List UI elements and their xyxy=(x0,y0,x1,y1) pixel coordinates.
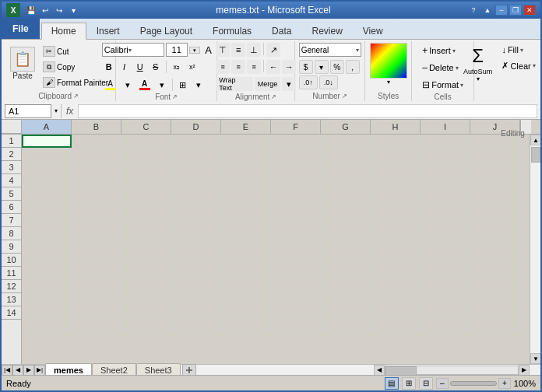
sheet-tab-sheet2[interactable]: Sheet2 xyxy=(92,363,136,375)
cell-j12[interactable] xyxy=(470,289,520,302)
cell-c9[interactable] xyxy=(121,247,171,260)
styles-dropdown-arrow[interactable]: ▾ xyxy=(387,79,390,86)
fill-color-dropdown[interactable]: ▾ xyxy=(121,78,135,92)
cell-d8[interactable] xyxy=(171,233,221,246)
cell-a13[interactable] xyxy=(22,303,72,316)
font-color-button[interactable]: A xyxy=(136,77,153,93)
clear-button[interactable]: ✗ Clear ▾ xyxy=(498,58,539,73)
cell-d11[interactable] xyxy=(171,275,221,288)
ribbon-minimize-icon[interactable]: ▲ xyxy=(481,5,494,16)
subscript-button[interactable]: x₂ xyxy=(170,60,184,74)
col-header-a[interactable]: A xyxy=(22,120,72,134)
row-header-3[interactable]: 3 xyxy=(2,161,21,174)
font-name-arrow[interactable]: ▾ xyxy=(128,47,132,54)
cell-a10[interactable] xyxy=(22,261,72,274)
cell-d6[interactable] xyxy=(171,205,221,218)
cell-h5[interactable] xyxy=(371,191,421,204)
col-header-h[interactable]: H xyxy=(371,120,421,134)
cell-i14[interactable] xyxy=(421,317,470,330)
tab-scroll-prev-button[interactable]: ◀ xyxy=(12,365,23,376)
cell-d13[interactable] xyxy=(171,303,221,316)
row-header-7[interactable]: 7 xyxy=(2,214,21,227)
cell-g11[interactable] xyxy=(321,275,371,288)
page-break-view-button[interactable]: ⊟ xyxy=(419,377,433,390)
increase-indent-button[interactable]: → xyxy=(282,60,296,74)
insert-dropdown-arrow[interactable]: ▾ xyxy=(452,47,456,54)
cell-c1[interactable] xyxy=(121,135,171,148)
cell-a7[interactable] xyxy=(22,219,72,232)
new-sheet-button[interactable] xyxy=(182,364,196,376)
sheet-tab-memes[interactable]: memes xyxy=(45,363,92,375)
cell-f3[interactable] xyxy=(271,163,321,176)
font-size-box[interactable]: 11 xyxy=(166,43,188,57)
comma-button[interactable]: , xyxy=(346,60,360,74)
clipboard-expand-icon[interactable]: ↗ xyxy=(73,93,79,100)
paste-button[interactable]: 📋 Paste xyxy=(6,43,39,83)
fill-color-button[interactable]: A xyxy=(102,77,119,93)
cell-c3[interactable] xyxy=(121,163,171,176)
currency-dropdown[interactable]: ▾ xyxy=(315,60,329,74)
font-color-dropdown[interactable]: ▾ xyxy=(155,78,169,92)
tab-scroll-first-button[interactable]: |◀ xyxy=(2,365,12,376)
cell-e3[interactable] xyxy=(221,163,271,176)
row-header-1[interactable]: 1 xyxy=(2,135,21,148)
cell-b8[interactable] xyxy=(72,233,121,246)
cell-d2[interactable] xyxy=(171,149,221,162)
font-name-dropdown[interactable]: Calibri ▾ xyxy=(102,43,164,57)
cell-g6[interactable] xyxy=(321,205,371,218)
cell-i6[interactable] xyxy=(421,205,470,218)
cell-j7[interactable] xyxy=(470,219,520,232)
cell-h11[interactable] xyxy=(371,275,421,288)
superscript-button[interactable]: x² xyxy=(185,60,199,74)
cell-g14[interactable] xyxy=(321,317,371,330)
cell-h13[interactable] xyxy=(371,303,421,316)
cell-h7[interactable] xyxy=(371,219,421,232)
cell-e11[interactable] xyxy=(221,275,271,288)
cell-h6[interactable] xyxy=(371,205,421,218)
cell-f10[interactable] xyxy=(271,261,321,274)
increase-decimal-button[interactable]: .0↑ xyxy=(299,75,318,89)
cell-f8[interactable] xyxy=(271,233,321,246)
col-header-b[interactable]: B xyxy=(72,120,121,134)
cell-d3[interactable] xyxy=(171,163,221,176)
wrap-text-button[interactable]: Wrap Text xyxy=(216,77,253,91)
borders-dropdown[interactable]: ▾ xyxy=(192,78,206,92)
tab-insert[interactable]: Insert xyxy=(86,22,130,39)
cell-e8[interactable] xyxy=(221,233,271,246)
cell-h2[interactable] xyxy=(371,149,421,162)
font-expand-icon[interactable]: ↗ xyxy=(172,93,178,100)
normal-view-button[interactable]: ▤ xyxy=(385,377,399,390)
bold-button[interactable]: B xyxy=(102,60,116,74)
borders-button[interactable]: ⊞ xyxy=(176,78,190,92)
cell-e1[interactable] xyxy=(221,135,271,148)
alignment-expand-icon[interactable]: ↗ xyxy=(271,93,276,100)
cell-c5[interactable] xyxy=(121,191,171,204)
cell-c10[interactable] xyxy=(121,261,171,274)
cell-b3[interactable] xyxy=(72,163,121,176)
cell-b4[interactable] xyxy=(72,177,121,190)
cell-d9[interactable] xyxy=(171,247,221,260)
cell-e5[interactable] xyxy=(221,191,271,204)
cell-e2[interactable] xyxy=(221,149,271,162)
cell-c2[interactable] xyxy=(121,149,171,162)
autosum-dropdown[interactable]: ▾ xyxy=(477,75,480,82)
cell-j3[interactable] xyxy=(470,163,520,176)
cell-reference-box[interactable]: A1 xyxy=(5,104,51,118)
col-header-e[interactable]: E xyxy=(221,120,271,134)
merge-dropdown[interactable]: ▾ xyxy=(282,77,296,91)
cell-i3[interactable] xyxy=(421,163,470,176)
cell-d14[interactable] xyxy=(171,317,221,330)
customize-quick-icon[interactable]: ▾ xyxy=(67,4,79,16)
autosum-button[interactable]: Σ AutoSum ▾ xyxy=(461,43,495,83)
cell-ref-dropdown-arrow[interactable]: ▾ xyxy=(55,107,58,114)
cell-g13[interactable] xyxy=(321,303,371,316)
cell-i7[interactable] xyxy=(421,219,470,232)
file-tab[interactable]: File xyxy=(2,19,40,39)
cell-i9[interactable] xyxy=(421,247,470,260)
scroll-left-button[interactable]: ◀ xyxy=(374,365,385,376)
cell-h8[interactable] xyxy=(371,233,421,246)
fill-button[interactable]: ↓ Fill ▾ xyxy=(498,43,539,57)
row-header-2[interactable]: 2 xyxy=(2,148,21,161)
cell-c13[interactable] xyxy=(121,303,171,316)
row-header-12[interactable]: 12 xyxy=(2,280,21,293)
